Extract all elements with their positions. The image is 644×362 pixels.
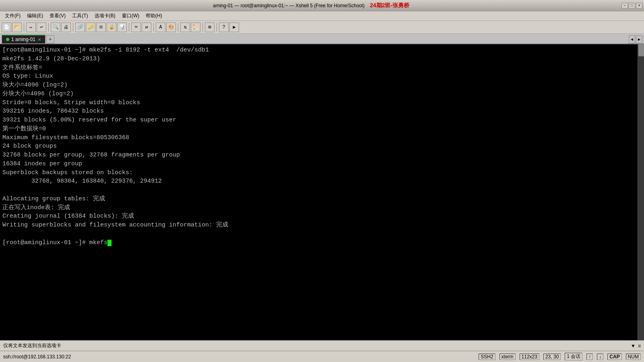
scrollbar-thumb[interactable] xyxy=(638,44,644,56)
term-line-17: Allocating group tables: 完成 xyxy=(2,195,642,204)
toolbar-sep5 xyxy=(153,23,154,32)
toolbar-sftp[interactable]: ⇅ xyxy=(180,23,190,32)
term-line-15: 32768, 98304, 163840, 229376, 294912 xyxy=(2,177,642,186)
status-ssh-info: ssh://root@192.168.133.130:22 xyxy=(3,354,479,360)
term-line-5: 分块大小=4096 (log=2) xyxy=(2,90,642,99)
cap-indicator: CAP xyxy=(607,354,621,360)
status-terminal-type: xterm xyxy=(500,354,516,360)
term-line-6: Stride=0 blocks, Stripe width=0 blocks xyxy=(2,99,642,107)
menu-tabs[interactable]: 选项卡(B) xyxy=(91,12,119,20)
title-text: aming-01 — root@aminglinux-01:~ — Xshell… xyxy=(2,2,621,9)
toolbar-extra[interactable]: ▶ xyxy=(229,23,239,32)
minimize-button[interactable]: — xyxy=(621,3,628,8)
maximize-button[interactable]: □ xyxy=(629,3,635,8)
scrollbar[interactable] xyxy=(638,44,644,340)
term-line-2: 文件系统标签= xyxy=(2,64,642,72)
status-size: 112x23 xyxy=(520,354,539,360)
term-line-11: 24 block groups xyxy=(2,142,642,151)
status-cursor-pos: 23, 30 xyxy=(543,354,561,360)
term-line-13: 16384 inodes per group xyxy=(2,160,642,169)
menu-tools[interactable]: 工具(T) xyxy=(69,12,91,20)
menu-bar: 文件(F) 编辑(E) 查看(V) 工具(T) 选项卡(B) 窗口(W) 帮助(… xyxy=(0,11,644,21)
title-highlight: 24期2班-张勇桥 xyxy=(370,2,409,8)
close-button[interactable]: ✕ xyxy=(636,3,642,8)
term-line-20: Writing superblocks and filesystem accou… xyxy=(2,221,642,230)
toolbar-help[interactable]: ? xyxy=(219,23,229,32)
tab-bar: 1 aming-01 ✕ + ◀ ▶ xyxy=(0,34,644,44)
tab-nav-right[interactable]: ▶ xyxy=(636,35,642,43)
toolbar-undo[interactable]: ↩ xyxy=(37,23,46,32)
term-cursor xyxy=(107,240,111,246)
tab-status-dot xyxy=(6,38,9,41)
num-indicator: NUM xyxy=(626,354,641,360)
toolbar-edit[interactable]: ✏️ xyxy=(26,23,36,32)
status-protocol: SSH2 xyxy=(479,354,495,360)
toolbar-sep7 xyxy=(202,23,203,32)
toolbar-sep1 xyxy=(24,23,24,32)
term-line-3: OS type: Linux xyxy=(2,72,642,81)
toolbar-search[interactable]: 🔍 xyxy=(51,23,60,32)
toolbar-sep2 xyxy=(48,23,49,32)
toolbar-sep4 xyxy=(129,23,129,32)
tab-label: 1 aming-01 xyxy=(11,37,35,42)
title-label: aming-01 — root@aminglinux-01:~ — Xshell… xyxy=(213,3,365,8)
term-line-19: Creating journal (16384 blocks): 完成 xyxy=(2,212,642,221)
term-line-9: 第一个数据块=0 xyxy=(2,125,642,134)
toolbar-open[interactable]: 📂 xyxy=(12,23,22,32)
tab-close-button[interactable]: ✕ xyxy=(38,37,41,42)
menu-help[interactable]: 帮助(H) xyxy=(142,12,165,20)
term-line-8: 39321 blocks (5.00%) reserved for the su… xyxy=(2,116,642,125)
tab-aming01[interactable]: 1 aming-01 ✕ xyxy=(2,35,45,43)
toolbar-color[interactable]: 🎨 xyxy=(166,23,176,32)
tab-nav: ◀ ▶ xyxy=(629,35,642,43)
status-session: 1 会话 xyxy=(565,353,582,360)
toolbar-print[interactable]: 🖨 xyxy=(61,23,71,32)
tab-add-button[interactable]: + xyxy=(46,35,54,43)
toolbar-scripts[interactable]: 📜 xyxy=(191,23,200,32)
term-line-7: 393216 inodes, 786432 blocks xyxy=(2,107,642,116)
status-right: SSH2 xterm 112x23 23, 30 1 会话 ↑ ↓ CAP NU… xyxy=(479,353,641,360)
title-bar: aming-01 — root@aminglinux-01:~ — Xshell… xyxy=(0,0,644,11)
toolbar-sep8 xyxy=(217,23,217,32)
input-bar: 仅将文本发送到当前选项卡 ▼ ≡ xyxy=(0,340,644,351)
menu-window[interactable]: 窗口(W) xyxy=(119,12,142,20)
term-last-line: [root@aminglinux-01 ~]# mkefs xyxy=(2,239,642,247)
toolbar-resize[interactable]: ⊡ xyxy=(96,23,106,32)
toolbar-new[interactable]: 📄 xyxy=(2,23,11,32)
menu-edit[interactable]: 编辑(E) xyxy=(24,12,46,20)
toolbar: 📄 📂 ✏️ ↩ 🔍 🖨 🔗 🔑 ⊡ 🔒 📊 ⌨ ⇄ A 🎨 ⇅ 📜 ⊞ ? ▶ xyxy=(0,21,644,34)
tab-nav-left[interactable]: ◀ xyxy=(629,35,635,43)
term-line-16 xyxy=(2,186,642,195)
term-line-14: Superblock backups stored on blocks: xyxy=(2,169,642,177)
toolbar-monitor[interactable]: 📊 xyxy=(117,23,127,32)
toolbar-layout[interactable]: ⊞ xyxy=(205,23,215,32)
input-menu-icon[interactable]: ≡ xyxy=(638,343,641,349)
menu-view[interactable]: 查看(V) xyxy=(46,12,69,20)
toolbar-font[interactable]: A xyxy=(156,23,165,32)
toolbar-cmd[interactable]: ⌨ xyxy=(131,23,141,32)
term-line-0: [root@aminglinux-01 ~]# mke2fs -i 8192 -… xyxy=(2,46,642,55)
term-command: mkefs xyxy=(89,239,107,246)
term-line-1: mke2fs 1.42.9 (28-Dec-2013) xyxy=(2,55,642,64)
term-line-4: 块大小=4096 (log=2) xyxy=(2,81,642,90)
status-ssh-text: ssh://root@192.168.133.130:22 xyxy=(3,354,71,360)
terminal[interactable]: [root@aminglinux-01 ~]# mke2fs -i 8192 -… xyxy=(0,44,644,340)
toolbar-key[interactable]: 🔑 xyxy=(86,23,95,32)
input-dropdown[interactable]: ▼ xyxy=(631,343,636,349)
term-line-10: Maximum filesystem blocks=805306368 xyxy=(2,134,642,142)
window-controls: — □ ✕ xyxy=(621,3,642,8)
toolbar-sep3 xyxy=(73,23,73,32)
term-prompt: [root@aminglinux-01 ~]# xyxy=(2,239,89,246)
menu-file[interactable]: 文件(F) xyxy=(2,12,24,20)
scroll-down-button[interactable]: ↓ xyxy=(597,354,603,360)
toolbar-sep6 xyxy=(178,23,178,32)
toolbar-connect[interactable]: 🔗 xyxy=(75,23,85,32)
status-bar: ssh://root@192.168.133.130:22 SSH2 xterm… xyxy=(0,351,644,362)
scroll-up-button[interactable]: ↑ xyxy=(586,354,593,360)
toolbar-lock[interactable]: 🔒 xyxy=(107,23,116,32)
input-bar-label: 仅将文本发送到当前选项卡 xyxy=(3,342,61,349)
term-line-18: 正在写入inode表: 完成 xyxy=(2,204,642,212)
term-line-12: 32768 blocks per group, 32768 fragments … xyxy=(2,151,642,160)
term-line-21 xyxy=(2,230,642,239)
toolbar-transfer[interactable]: ⇄ xyxy=(142,23,151,32)
